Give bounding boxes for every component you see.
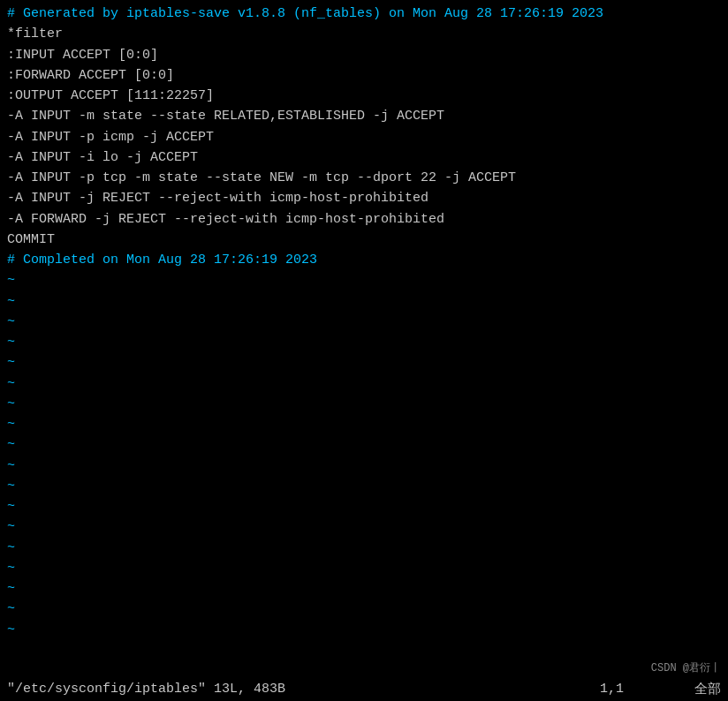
terminal-line: ~: [7, 456, 721, 476]
terminal-line: ~: [7, 414, 721, 434]
status-bar: "/etc/sysconfig/iptables" 13L, 483B 1,1 …: [0, 676, 728, 701]
terminal-line: :OUTPUT ACCEPT [111:22257]: [7, 86, 721, 106]
terminal-line: ~: [7, 394, 721, 414]
terminal-line: ~: [7, 558, 721, 578]
terminal-line: ~: [7, 352, 721, 373]
terminal-line: ~: [7, 496, 721, 516]
terminal-line: ~: [7, 578, 721, 599]
terminal-line: ~: [7, 620, 721, 640]
status-position: 1,1: [600, 682, 624, 697]
terminal-line: -A INPUT -i lo -j ACCEPT: [7, 147, 721, 168]
terminal-line: # Generated by iptables-save v1.8.8 (nf_…: [7, 4, 721, 24]
content-area: # Generated by iptables-save v1.8.8 (nf_…: [0, 0, 728, 676]
terminal-line: ~: [7, 516, 721, 537]
terminal-line: # Completed on Mon Aug 28 17:26:19 2023: [7, 250, 721, 270]
status-view: 全部: [694, 681, 721, 697]
terminal-line: COMMIT: [7, 230, 721, 250]
terminal-line: :FORWARD ACCEPT [0:0]: [7, 65, 721, 86]
watermark-text: CSDN @君衍丨: [651, 662, 721, 675]
terminal: # Generated by iptables-save v1.8.8 (nf_…: [0, 0, 728, 701]
terminal-line: -A FORWARD -j REJECT --reject-with icmp-…: [7, 209, 721, 230]
terminal-line: ~: [7, 332, 721, 352]
terminal-line: :INPUT ACCEPT [0:0]: [7, 45, 721, 65]
status-filename: "/etc/sysconfig/iptables" 13L, 483B: [7, 682, 285, 697]
terminal-line: ~: [7, 291, 721, 312]
terminal-line: -A INPUT -p tcp -m state --state NEW -m …: [7, 168, 721, 188]
watermark: CSDN @君衍丨: [651, 661, 721, 676]
terminal-line: ~: [7, 373, 721, 394]
terminal-line: -A INPUT -p icmp -j ACCEPT: [7, 127, 721, 147]
terminal-line: ~: [7, 270, 721, 290]
terminal-line: ~: [7, 312, 721, 332]
terminal-line: ~: [7, 434, 721, 455]
terminal-line: -A INPUT -m state --state RELATED,ESTABL…: [7, 106, 721, 126]
terminal-line: ~: [7, 538, 721, 558]
terminal-line: *filter: [7, 24, 721, 44]
terminal-line: -A INPUT -j REJECT --reject-with icmp-ho…: [7, 188, 721, 208]
terminal-line: ~: [7, 476, 721, 496]
terminal-line: ~: [7, 599, 721, 619]
